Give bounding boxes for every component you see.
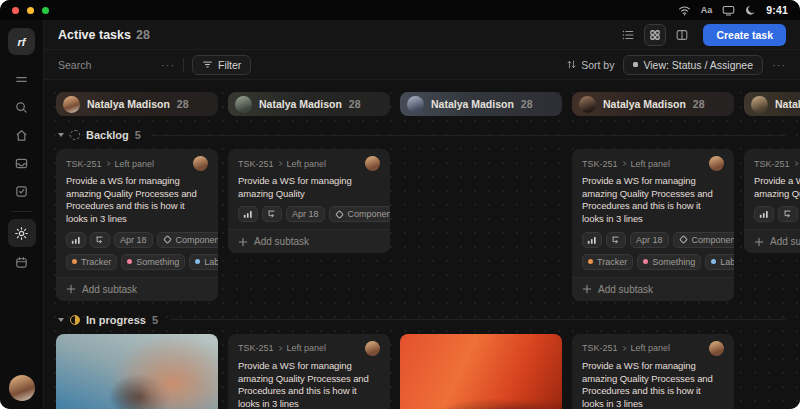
section-header-in-progress[interactable]: In progress 5: [56, 314, 800, 326]
section-divider: [170, 319, 786, 320]
component-chip[interactable]: Component: [157, 232, 218, 248]
task-title: Provide a WS for managing amazing Qualit…: [238, 175, 380, 200]
component-chip[interactable]: Component: [329, 206, 390, 222]
kanban-board: Natalya Madison 28 Natalya Madison 28 Na…: [44, 80, 800, 409]
task-id: TSK-251: [238, 159, 274, 169]
subtask-flow-icon: [262, 206, 282, 222]
view-selector-button[interactable]: View: Status / Assignee: [623, 55, 763, 75]
assignee-header-2[interactable]: Natalya Madison 28: [228, 92, 390, 116]
component-chip[interactable]: Component: [673, 232, 734, 248]
app-logo[interactable]: rf: [8, 28, 35, 55]
avatar: [193, 156, 208, 171]
search-input[interactable]: [58, 59, 153, 71]
task-parent: Left panel: [631, 159, 671, 169]
maximize-window-button[interactable]: [42, 7, 49, 14]
collapse-caret-icon[interactable]: [58, 133, 64, 137]
view-selector-label: View: Status / Assignee: [643, 59, 753, 71]
in-progress-cards-row: TSK-251 Left panel Provide a WS for mana…: [56, 334, 800, 409]
avatar: [579, 96, 596, 113]
assignee-header-5[interactable]: Natalya Madison 28: [744, 92, 800, 116]
diamond-icon: [163, 235, 172, 244]
sidebar-item-sprint-active[interactable]: [8, 219, 36, 247]
assignee-header-4[interactable]: Natalya Madison 28: [572, 92, 734, 116]
due-date-chip[interactable]: Apr 18: [286, 206, 325, 222]
section-label: Backlog: [86, 129, 129, 141]
assignee-header-3[interactable]: Natalya Madison 28: [400, 92, 562, 116]
clock-time: 9:41: [766, 4, 788, 16]
label-chip[interactable]: Label: [189, 254, 218, 270]
sidebar: rf: [0, 20, 44, 409]
chevron-right-icon: [277, 345, 284, 352]
create-task-button[interactable]: Create task: [703, 24, 786, 46]
view-dot-icon: [633, 62, 638, 67]
add-subtask-button[interactable]: Add subtask: [572, 277, 734, 301]
assignee-header-1[interactable]: Natalya Madison 28: [56, 92, 218, 116]
label-chip[interactable]: Tracker: [66, 254, 117, 270]
avatar: [751, 96, 768, 113]
text-size-icon[interactable]: Aa: [701, 5, 713, 15]
list-view-icon[interactable]: [621, 28, 635, 42]
task-id: TSK-251: [238, 343, 274, 353]
section-count: 5: [135, 129, 141, 141]
collapse-caret-icon[interactable]: [58, 318, 64, 322]
empty-column-cell: [744, 334, 800, 409]
task-card[interactable]: TSK-251 Left panel Provide a WS for mana…: [572, 149, 734, 301]
assignee-name: Natalya Madison: [775, 98, 800, 110]
window-controls: [12, 7, 49, 14]
calendar-icon[interactable]: [8, 249, 36, 275]
due-date-chip[interactable]: Apr 18: [630, 232, 669, 248]
task-title: Provide a WS for managing amazing Qualit…: [66, 175, 208, 226]
task-card-image-car[interactable]: [400, 334, 562, 409]
label-chip[interactable]: Something: [637, 254, 701, 270]
toolbar: ··· Filter Sort by View: Status / Assign…: [44, 50, 800, 80]
label-chip[interactable]: Label: [705, 254, 734, 270]
task-title: Provide a WS for managing amazing Qualit…: [754, 175, 800, 200]
diamond-icon: [679, 235, 688, 244]
columns-view-icon[interactable]: [675, 28, 689, 42]
view-more-icon[interactable]: ···: [772, 59, 786, 71]
chevron-right-icon: [277, 160, 284, 167]
task-card[interactable]: TSK-251 Left panel Provide a WS for mana…: [228, 334, 390, 409]
assignee-name: Natalya Madison: [87, 98, 170, 110]
menu-button[interactable]: [8, 66, 36, 92]
task-card[interactable]: TSK-251 Left panel Provide a WS for mana…: [228, 149, 390, 253]
tasks-icon[interactable]: [8, 178, 36, 204]
empty-column-cell: [400, 149, 562, 301]
task-card[interactable]: TSK-251 Left panel Provide a WS for mana…: [56, 149, 218, 301]
task-parent: Left panel: [287, 343, 327, 353]
close-window-button[interactable]: [12, 7, 19, 14]
add-subtask-button[interactable]: Add subtask: [744, 229, 800, 253]
task-card[interactable]: TSK-251 Left panel Provide a WS for mana…: [744, 149, 800, 253]
search-icon[interactable]: [8, 94, 36, 120]
due-date-chip[interactable]: Apr 18: [114, 232, 153, 248]
task-card[interactable]: TSK-251 Left panel Provide a WS for mana…: [572, 334, 734, 409]
inbox-icon[interactable]: [8, 150, 36, 176]
task-parent: Left panel: [631, 343, 671, 353]
task-title: Provide a WS for managing amazing Qualit…: [582, 175, 724, 226]
assignee-name: Natalya Madison: [431, 98, 514, 110]
progress-bars-icon: [238, 206, 258, 222]
display-icon[interactable]: [722, 5, 735, 16]
minimize-window-button[interactable]: [27, 7, 34, 14]
sort-by-button[interactable]: Sort by: [566, 59, 614, 71]
grid-view-icon-active[interactable]: [644, 24, 666, 46]
dark-mode-moon-icon[interactable]: [745, 5, 756, 16]
label-chip[interactable]: Something: [121, 254, 185, 270]
avatar: [407, 96, 424, 113]
add-subtask-button[interactable]: Add subtask: [56, 277, 218, 301]
titlebar: Aa 9:41: [0, 0, 800, 20]
search-more-icon[interactable]: ···: [161, 59, 175, 71]
add-subtask-button[interactable]: Add subtask: [228, 229, 390, 253]
sort-arrows-icon: [566, 59, 577, 70]
in-progress-status-icon: [70, 315, 80, 325]
home-icon[interactable]: [8, 122, 36, 148]
backlog-cards-row: TSK-251 Left panel Provide a WS for mana…: [56, 149, 800, 301]
filter-button[interactable]: Filter: [192, 55, 251, 75]
task-title: Provide a WS for managing amazing Qualit…: [582, 360, 724, 409]
label-chip[interactable]: Tracker: [582, 254, 633, 270]
subtask-flow-icon: [606, 232, 626, 248]
task-card-image-watch[interactable]: [56, 334, 218, 409]
page-title: Active tasks: [58, 28, 131, 42]
section-header-backlog[interactable]: Backlog 5: [56, 129, 800, 141]
user-avatar[interactable]: [9, 375, 35, 401]
